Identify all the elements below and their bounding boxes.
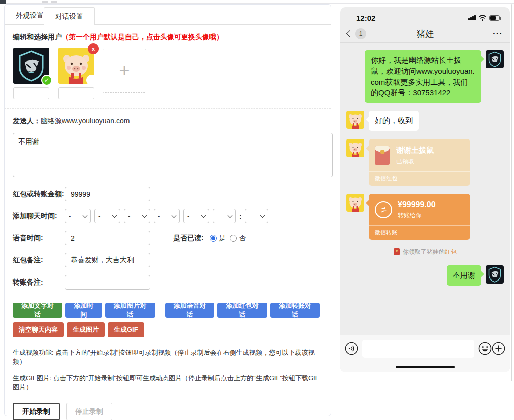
status-time: 12:02	[356, 14, 375, 22]
redpacket-card[interactable]: 谢谢土拨鼠 已领取 微信红包	[369, 139, 470, 186]
transfer-texts: ¥99999.00 转账给你	[398, 200, 436, 220]
home-indicator	[396, 366, 455, 368]
chevron-down-icon	[260, 213, 265, 218]
wifi-icon	[478, 15, 487, 21]
generate-gif-button[interactable]: 生成GIF	[108, 322, 144, 337]
browser-fragment	[0, 0, 6, 4]
redpacket-status: 已领取	[396, 157, 434, 166]
clear-chat-button[interactable]: 清空聊天内容	[13, 322, 64, 337]
self-avatar-image	[486, 265, 504, 284]
select-value: -	[187, 212, 189, 220]
video-tip-text: 生成视频功能: 点击下方的"开始录制"按钮即可录制视频（停止录制后会在右侧生成视…	[13, 348, 323, 366]
unread-count-badge: 1	[355, 28, 366, 39]
transfer-arrows-icon	[375, 201, 392, 218]
small-redpacket-icon	[394, 248, 400, 255]
amount-label: 红包或转账金额:	[13, 190, 65, 199]
scrollbar[interactable]	[511, 4, 512, 381]
status-icons	[468, 15, 500, 21]
chevron-down-icon	[201, 213, 206, 218]
transfer-footer: 微信转账	[369, 225, 470, 240]
time-select-hour[interactable]	[213, 209, 236, 223]
self-avatar-image	[486, 50, 504, 68]
add-image-dialog-button[interactable]: 添加图片对话	[105, 303, 155, 318]
stop-record-button[interactable]: 停止录制	[66, 403, 112, 420]
time-select-year[interactable]: -	[65, 209, 91, 223]
tab-dialog-settings[interactable]: 对话设置	[44, 7, 95, 25]
redpacket-note-label: 红包备注:	[13, 256, 65, 265]
add-user-button[interactable]: +	[103, 49, 146, 93]
transfer-subtitle: 转账给你	[398, 211, 436, 220]
generate-buttons-row: 清空聊天内容 生成图片 生成GIF	[13, 322, 323, 337]
read-status-group: 是否已读: 是 否	[173, 234, 246, 243]
select-value: -	[128, 212, 130, 220]
add-text-dialog-button[interactable]: 添加文字对话	[13, 303, 62, 318]
read-yes-radio[interactable]	[210, 235, 217, 242]
redpacket-note-input[interactable]	[65, 253, 150, 267]
avatar-self[interactable]: ✓	[13, 48, 49, 84]
browser-top-strip	[0, 0, 514, 4]
redpacket-envelope-icon	[375, 146, 390, 165]
add-voice-dialog-button[interactable]: 添加语音对话	[165, 303, 215, 318]
sender-label: 发送人：	[13, 117, 41, 125]
time-select-month[interactable]: -	[94, 209, 120, 223]
message-row-redpacket[interactable]: 谢谢土拨鼠 已领取 微信红包	[346, 139, 504, 186]
message-row-text-right[interactable]: 不用谢	[346, 265, 504, 286]
sender-value: 幽络源www.youluoyuan.com	[41, 117, 130, 125]
record-buttons-row: 开始录制 停止录制	[13, 403, 323, 420]
message-row-transfer[interactable]: ¥99999.00 转账给你 微信转账	[346, 194, 504, 240]
battery-icon	[489, 15, 500, 21]
remove-user-icon[interactable]: x	[88, 43, 99, 54]
amount-input[interactable]	[65, 187, 150, 201]
tab-appearance-settings[interactable]: 外观设置	[16, 11, 44, 20]
time-select-day[interactable]: -	[124, 209, 150, 223]
gif-tip-text: 生成GIF图片: 点击下方的"开始录制"按钮即可生成动态图片（停止录制后点击上方…	[13, 374, 323, 392]
message-row-text-left[interactable]: 好的，收到	[346, 111, 504, 131]
transfer-note-input[interactable]	[65, 275, 150, 290]
chat-time-row: 添加聊天时间: - - - - - :	[13, 209, 323, 223]
chevron-down-icon	[112, 213, 117, 218]
chat-area: 你好，我是幽络源站长土拨鼠，欢迎访问www.youluoyuan.com获取更多…	[340, 43, 510, 335]
plus-icon	[492, 342, 505, 355]
transfer-card[interactable]: ¥99999.00 转账给你 微信转账	[369, 194, 470, 240]
user-name-input-pig[interactable]	[58, 87, 94, 99]
read-yes-label: 是	[219, 234, 226, 243]
user-name-input-self[interactable]	[13, 87, 49, 99]
read-no-radio[interactable]	[230, 235, 237, 242]
pig-avatar-image	[346, 111, 364, 129]
read-status-label: 是否已读:	[173, 234, 204, 243]
more-icon[interactable]: ···	[493, 31, 503, 36]
time-select-period[interactable]: -	[183, 209, 209, 223]
redpacket-card-top: 谢谢土拨鼠 已领取	[369, 139, 470, 171]
select-value: -	[69, 212, 71, 220]
transfer-note-label: 转账备注:	[13, 278, 65, 287]
time-select-weekday[interactable]: -	[154, 209, 180, 223]
user-card-self: ✓	[13, 48, 50, 99]
unselected-circle-icon[interactable]	[86, 75, 97, 86]
add-transfer-dialog-button[interactable]: 添加转账对话	[270, 303, 320, 318]
back-chevron-icon[interactable]	[346, 30, 353, 37]
notice-highlight[interactable]: 红包	[445, 248, 457, 256]
add-time-button[interactable]: 添加时间	[65, 303, 102, 318]
start-record-button[interactable]: 开始录制	[13, 403, 60, 420]
voice-time-input[interactable]	[65, 231, 150, 245]
avatar-pig[interactable]: x	[58, 48, 94, 84]
message-row-text-right[interactable]: 你好，我是幽络源站长土拨鼠，欢迎访问www.youluoyuan.com获取更多…	[346, 50, 504, 103]
add-redpacket-dialog-button[interactable]: 添加红包对话	[217, 303, 267, 318]
voice-time-label: 语音时间:	[13, 234, 65, 243]
message-bubble[interactable]: 你好，我是幽络源站长土拨鼠，欢迎访问www.youluoyuan.com获取更多…	[365, 50, 481, 103]
select-value: -	[98, 212, 100, 220]
phone-status-bar: 12:02	[340, 10, 510, 25]
chevron-down-icon	[172, 213, 177, 218]
user-section-title-text: 编辑和选择用户	[13, 33, 62, 41]
message-bubble[interactable]: 好的，收到	[369, 111, 419, 131]
message-bubble[interactable]: 不用谢	[447, 265, 481, 286]
time-select-minute[interactable]	[245, 209, 268, 223]
transfer-note-row: 转账备注:	[13, 275, 323, 290]
chevron-down-icon	[83, 213, 88, 218]
selected-check-icon[interactable]: ✓	[41, 75, 52, 86]
generate-image-button[interactable]: 生成图片	[67, 322, 105, 337]
tab-bar: 外观设置 对话设置	[5, 5, 331, 25]
voice-time-row: 语音时间: 是否已读: 是 否	[13, 231, 323, 245]
message-textarea[interactable]: 不用谢	[13, 133, 333, 177]
pig-avatar-image	[346, 139, 364, 157]
